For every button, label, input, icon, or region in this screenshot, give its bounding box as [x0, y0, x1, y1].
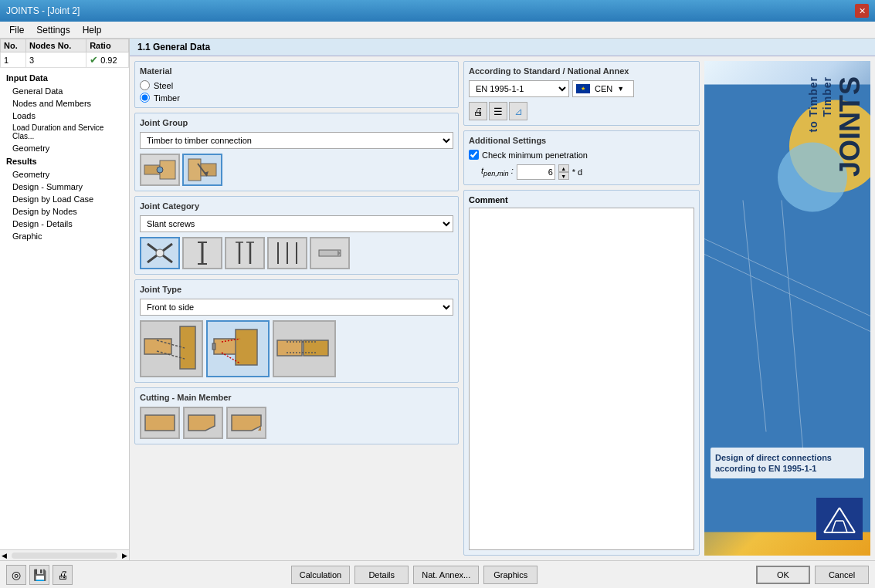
material-title: Material [140, 66, 453, 76]
menu-file[interactable]: File [3, 23, 30, 37]
sidebar-item-results-geometry[interactable]: Geometry [0, 168, 129, 181]
material-steel-radio[interactable] [140, 80, 150, 90]
joint-cat-svg-1 [143, 239, 177, 267]
joint-group-svg-2 [185, 156, 219, 184]
material-timber-text: Timber [154, 93, 180, 103]
joint-type-btn-2[interactable] [206, 320, 270, 377]
joint-type-btn-1[interactable] [140, 320, 203, 377]
content-panels: Material Steel Timber Joint Gr [130, 56, 875, 560]
joint-type-svg-3 [274, 323, 334, 374]
window-title: JOINTS - [Joint 2] [6, 5, 80, 16]
status-icon: ✔ [90, 54, 98, 66]
tpen-input[interactable] [517, 164, 555, 180]
details-button[interactable]: Details [354, 566, 409, 584]
menu-settings[interactable]: Settings [30, 23, 76, 37]
toolbar-btn-filter[interactable]: ⊿ [509, 102, 527, 120]
sidebar-tree: Input Data General Data Nodes and Member… [0, 68, 129, 549]
comment-textarea[interactable] [469, 208, 694, 550]
material-steel-label[interactable]: Steel [140, 80, 453, 90]
sidebar-item-graphic[interactable]: Graphic [0, 230, 129, 242]
svg-rect-28 [212, 343, 215, 350]
sidebar-item-design-load-case[interactable]: Design by Load Case [0, 193, 129, 205]
standard-dropdown[interactable]: EN 1995-1-1 [469, 80, 569, 97]
sidebar-item-geometry[interactable]: Geometry [0, 142, 129, 154]
content-area: 1.1 General Data Material Steel [130, 39, 875, 560]
joint-cat-icon-3[interactable] [225, 237, 265, 269]
joint-cat-svg-3 [228, 239, 262, 267]
cutting-svg-2 [185, 409, 221, 437]
check-penetration-checkbox[interactable] [469, 150, 479, 160]
bottom-mid-buttons: Calculation Details Nat. Annex... Graphi… [77, 566, 751, 584]
sidebar-item-general-data[interactable]: General Data [0, 85, 129, 97]
scroll-right-icon[interactable]: ▶ [120, 552, 129, 559]
table-row[interactable]: 1 3 ✔ 0.92 [1, 52, 129, 68]
calculation-button[interactable]: Calculation [291, 566, 350, 584]
eu-flag-icon: ★ [576, 84, 590, 93]
cell-no: 1 [1, 52, 26, 68]
cutting-btn-3[interactable] [226, 407, 266, 439]
cutting-images [140, 407, 453, 439]
joint-type-dropdown[interactable]: Front to side [140, 299, 453, 316]
svg-rect-23 [180, 326, 195, 369]
logo-svg [820, 502, 859, 536]
svg-line-48 [839, 508, 855, 532]
tree-section-input[interactable]: Input Data [0, 71, 129, 85]
joints-title-text: JOINTS [836, 76, 864, 177]
joint-category-dropdown[interactable]: Slant screws [140, 215, 453, 232]
national-dropdown[interactable]: ★ CEN ▼ [572, 80, 634, 97]
tpen-label: tpen,min : [481, 166, 514, 177]
standard-section: According to Standard / National Annex E… [463, 61, 700, 126]
joint-category-icons [140, 237, 453, 269]
joint-type-section: Joint Type Front to side [134, 279, 459, 383]
bottom-icon-2[interactable]: 💾 [29, 565, 49, 585]
sidebar-item-nodes-members[interactable]: Nodes and Members [0, 97, 129, 110]
sidebar-scrollbar[interactable]: ◀ ▶ [0, 549, 129, 560]
ok-button[interactable]: OK [756, 566, 810, 584]
bottom-icon-3[interactable]: 🖨 [53, 565, 73, 585]
joint-group-icon-1[interactable] [140, 154, 180, 186]
sidebar-item-load-duration[interactable]: Load Duration and Service Clas... [0, 122, 129, 142]
bottom-right-buttons: OK Cancel [756, 566, 869, 584]
cutting-btn-2[interactable] [183, 407, 223, 439]
menu-help[interactable]: Help [76, 23, 108, 37]
col-no: No. [1, 39, 26, 52]
bottom-icon-1[interactable]: ◎ [6, 565, 26, 585]
joint-cat-icon-1[interactable] [140, 237, 180, 269]
cutting-btn-1[interactable] [140, 407, 180, 439]
svg-point-2 [157, 167, 163, 173]
joint-cat-icon-5[interactable] [310, 237, 350, 269]
svg-rect-3 [188, 159, 201, 181]
joint-cat-svg-4 [270, 239, 304, 267]
tree-section-results[interactable]: Results [0, 154, 129, 168]
joint-cat-icon-4[interactable] [267, 237, 307, 269]
cell-ratio: ✔ 0.92 [86, 52, 129, 68]
timber-title-text: Timber [821, 76, 833, 117]
toolbar-btn-list[interactable]: ☰ [489, 102, 507, 120]
joint-cat-icon-2[interactable] [182, 237, 222, 269]
toolbar-btn-print[interactable]: 🖨 [469, 102, 487, 120]
col-nodes: Nodes No. [25, 39, 86, 52]
nat-annex-button[interactable]: Nat. Annex... [413, 566, 479, 584]
joint-group-dropdown-row: Timber to timber connection [140, 132, 453, 149]
spin-down-button[interactable]: ▼ [558, 172, 569, 180]
node-table: No. Nodes No. Ratio 1 3 ✔ 0.92 [0, 39, 129, 68]
sidebar-item-design-summary[interactable]: Design - Summary [0, 181, 129, 193]
sidebar-item-loads[interactable]: Loads [0, 110, 129, 122]
sidebar: No. Nodes No. Ratio 1 3 ✔ 0.92 Input Dat… [0, 39, 130, 560]
spin-up-button[interactable]: ▲ [558, 164, 569, 172]
joint-type-btn-3[interactable] [273, 320, 336, 377]
logo-box [816, 498, 863, 540]
additional-settings-section: Additional Settings Check minimum penetr… [463, 130, 700, 185]
joint-group-dropdown[interactable]: Timber to timber connection [140, 132, 453, 149]
scroll-left-icon[interactable]: ◀ [0, 552, 8, 559]
cancel-button[interactable]: Cancel [815, 566, 869, 584]
sidebar-item-design-details[interactable]: Design - Details [0, 218, 129, 230]
joint-group-icon-2[interactable] [182, 154, 222, 186]
material-timber-label[interactable]: Timber [140, 93, 453, 103]
sidebar-item-design-nodes[interactable]: Design by Nodes [0, 205, 129, 218]
material-timber-radio[interactable] [140, 93, 150, 103]
graphics-button[interactable]: Graphics [483, 566, 538, 584]
close-button[interactable]: ✕ [855, 4, 869, 18]
joint-type-svg-2 [208, 323, 268, 374]
chevron-down-icon: ▼ [617, 85, 624, 93]
